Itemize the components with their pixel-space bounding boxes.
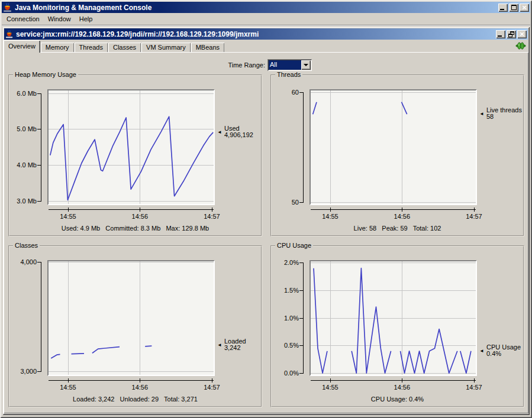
- close-button[interactable]: ×: [520, 4, 529, 12]
- x-axis-tick-label: 14:55: [322, 213, 338, 220]
- menu-item-help[interactable]: Help: [75, 14, 97, 24]
- window-title: Java Monitoring & Management Console: [15, 4, 497, 12]
- menu-item-connection[interactable]: Connection: [2, 14, 44, 24]
- x-axis-tick-label: 14:57: [204, 213, 220, 220]
- plot-area: [47, 260, 215, 376]
- tab-vm-summary[interactable]: VM Summary: [141, 42, 191, 53]
- menu-item-window[interactable]: Window: [44, 14, 75, 24]
- chart-body: 4,0003,000◄Loaded3,24214:5514:5614:57Loa…: [9, 247, 261, 406]
- indicator-arrow-icon: ◄: [217, 343, 222, 348]
- y-axis-tick-label: 3.0 Mb: [9, 197, 37, 205]
- minimize-button[interactable]: [498, 4, 508, 12]
- x-axis-tick-label: 14:57: [466, 213, 482, 220]
- internal-frame-title-bar[interactable]: service:jmx:rmi://192.168.129.129/jndi/r…: [4, 28, 528, 40]
- tab-overview[interactable]: Overview: [4, 40, 40, 53]
- x-axis-tick-label: 14:57: [466, 384, 482, 391]
- internal-close-button[interactable]: ×: [517, 30, 527, 38]
- x-axis: [311, 380, 476, 381]
- time-range-label: Time Range:: [206, 61, 265, 69]
- x-axis-tick: [140, 208, 140, 212]
- internal-restore-button[interactable]: [507, 30, 516, 38]
- x-axis-tick: [68, 378, 69, 383]
- y-axis-tick-label: 60: [272, 89, 299, 96]
- y-axis-tick-label: 1.0%: [272, 315, 299, 322]
- x-axis-tick: [212, 208, 212, 212]
- restore-icon: [508, 31, 514, 37]
- x-axis-tick: [330, 378, 331, 383]
- title-bar[interactable]: Java Monitoring & Management Console ×: [2, 2, 530, 13]
- x-axis-tick: [474, 378, 475, 383]
- x-axis-tick: [474, 208, 475, 212]
- plot-area: [47, 89, 215, 205]
- plot-area: [309, 260, 477, 376]
- close-icon: ×: [520, 31, 524, 38]
- y-axis-tick-label: 0.5%: [272, 342, 299, 349]
- y-axis-tick-label: 50: [272, 199, 299, 206]
- main-window: Java Monitoring & Management Console × C…: [0, 0, 532, 418]
- plot-area: [309, 89, 477, 205]
- heap-memory-usage-panel: Heap Memory Usage 6.0 Mb5.0 Mb4.0 Mb3.0 …: [8, 74, 262, 236]
- y-axis-tick-label: 4,000: [9, 258, 37, 265]
- x-axis-tick: [402, 378, 402, 383]
- indicator-label: Loaded3,242: [224, 338, 246, 351]
- internal-frame-title: service:jmx:rmi://192.168.129.129/jndi/r…: [16, 30, 495, 38]
- combo-dropdown-button[interactable]: [301, 60, 311, 70]
- plot-canvas: [49, 261, 214, 375]
- y-axis-tick-label: 1.5%: [272, 287, 299, 294]
- x-axis-tick-label: 14:56: [394, 213, 411, 220]
- y-axis-tick-label: 2.0%: [272, 259, 299, 266]
- tab-mbeans[interactable]: MBeans: [191, 42, 224, 53]
- chart-summary: Live: 58 Peak: 59 Total: 102: [272, 225, 523, 232]
- indicator-arrow-icon: ◄: [479, 112, 484, 116]
- x-axis-tick-label: 14:55: [60, 213, 76, 220]
- series-line: [401, 329, 457, 374]
- cpu-usage-panel: CPU Usage 2.0%1.5%1.0%0.5%0.0%◄CPU Usage…: [270, 245, 524, 407]
- chart-summary: Used: 4.9 Mb Committed: 8.3 Mb Max: 129.…: [9, 225, 261, 232]
- plot-canvas: [49, 90, 214, 204]
- y-axis: [303, 263, 304, 373]
- threads-panel: Threads 6050◄Live threads5814:5514:5614:…: [270, 74, 524, 236]
- x-axis-tick-label: 14:55: [60, 384, 76, 391]
- x-axis: [49, 380, 214, 381]
- maximize-button[interactable]: [509, 4, 518, 12]
- tab-bar: Overview Memory Threads Classes VM Summa…: [4, 40, 225, 53]
- classes-panel: Classes 4,0003,000◄Loaded3,24214:5514:56…: [8, 245, 262, 407]
- y-axis-tick: [37, 201, 41, 202]
- x-axis-tick-label: 14:57: [204, 384, 220, 391]
- indicator-label: CPU Usage0.4%: [486, 344, 521, 357]
- x-axis-tick-label: 14:55: [322, 384, 338, 391]
- y-axis: [41, 262, 41, 371]
- tab-threads[interactable]: Threads: [75, 42, 108, 53]
- x-axis-tick-label: 14:56: [132, 384, 149, 391]
- y-axis-tick-label: 4.0 Mb: [9, 161, 37, 169]
- chevron-down-icon: [304, 64, 308, 66]
- x-axis: [49, 209, 214, 210]
- x-axis-tick-label: 14:56: [394, 384, 411, 391]
- indicator-value: 0.4%: [486, 351, 521, 357]
- x-axis-tick: [68, 208, 69, 212]
- java-cup-icon: [3, 3, 12, 12]
- time-range-selected-value[interactable]: All: [269, 60, 301, 70]
- maximize-icon: [511, 5, 517, 10]
- x-axis-tick: [212, 378, 212, 383]
- plot-canvas: [311, 261, 476, 375]
- series-line: [51, 354, 60, 358]
- indicator-label: Live threads58: [486, 107, 522, 120]
- menu-bar: Connection Window Help: [2, 13, 530, 25]
- series-line: [314, 268, 327, 374]
- y-axis: [303, 92, 304, 202]
- time-range-combobox[interactable]: All: [267, 59, 312, 71]
- chart-summary: Loaded: 3,242 Unloaded: 29 Total: 3,271: [9, 396, 261, 403]
- tab-memory[interactable]: Memory: [41, 42, 74, 53]
- indicator-value: 58: [486, 114, 522, 120]
- x-axis-tick: [330, 208, 331, 212]
- series-line: [72, 354, 85, 354]
- x-axis-tick: [402, 208, 402, 212]
- tab-classes[interactable]: Classes: [108, 42, 141, 53]
- internal-minimize-button[interactable]: [496, 30, 505, 38]
- minimize-icon: [500, 9, 504, 10]
- indicator-arrow-icon: ◄: [479, 349, 484, 354]
- series-line: [460, 351, 471, 373]
- y-axis-tick-label: 6.0 Mb: [9, 90, 37, 97]
- chart-body: 6.0 Mb5.0 Mb4.0 Mb3.0 Mb◄Used4,906,19214…: [9, 76, 261, 235]
